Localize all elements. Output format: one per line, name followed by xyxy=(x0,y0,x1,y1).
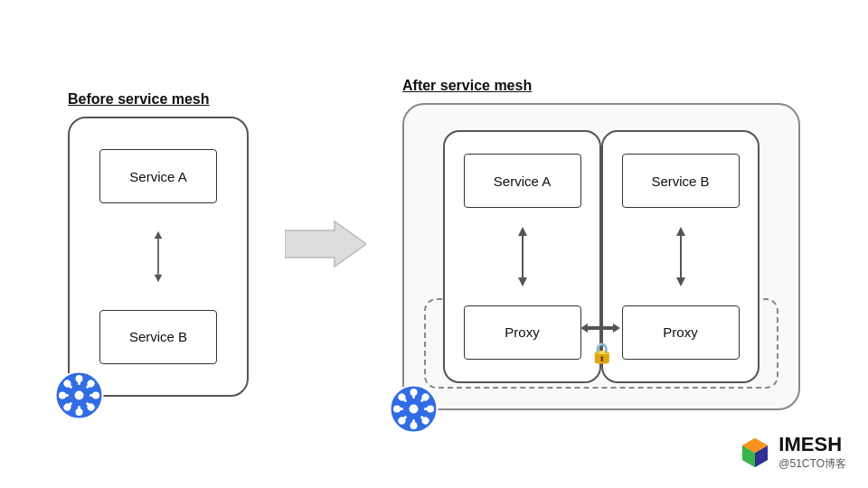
svg-point-41 xyxy=(427,406,434,413)
proxy-b: Proxy xyxy=(622,305,740,360)
svg-point-39 xyxy=(410,389,418,396)
after-section: After service mesh Service A Proxy xyxy=(402,78,800,410)
before-box: Service A Service B xyxy=(68,117,249,397)
svg-point-19 xyxy=(59,392,66,399)
big-arrow-svg xyxy=(285,217,366,271)
imesh-logo-icon xyxy=(737,435,773,471)
svg-point-45 xyxy=(393,406,401,413)
svg-point-15 xyxy=(92,392,99,399)
svg-marker-25 xyxy=(580,324,620,333)
before-title: Before service mesh xyxy=(68,91,210,108)
svg-marker-28 xyxy=(676,277,685,286)
after-title: After service mesh xyxy=(402,78,532,94)
pod-a-arrow xyxy=(516,225,529,288)
transition-arrow xyxy=(285,217,366,271)
svg-point-17 xyxy=(76,408,83,416)
proxy-connector-arrows xyxy=(579,316,624,340)
svg-marker-22 xyxy=(518,227,527,236)
pod-a: Service A Proxy xyxy=(443,130,601,383)
svg-rect-23 xyxy=(522,236,524,277)
svg-marker-26 xyxy=(676,227,685,236)
svg-marker-2 xyxy=(155,275,163,283)
bidirectional-arrow-svg xyxy=(152,230,165,284)
service-b-before: Service B xyxy=(99,310,217,364)
k8s-icon-after xyxy=(389,384,439,437)
brand-sub: @51CTO博客 xyxy=(778,456,846,472)
before-arrow xyxy=(152,230,165,284)
before-section: Before service mesh Service A Service B xyxy=(68,91,249,397)
service-b-after: Service B xyxy=(622,154,740,208)
service-a-before: Service A xyxy=(99,149,217,203)
svg-point-4 xyxy=(75,391,84,400)
svg-point-30 xyxy=(410,405,419,414)
svg-rect-27 xyxy=(680,236,682,277)
brand-name-container: IMESH @51CTO博客 xyxy=(778,433,846,472)
proxy-a: Proxy xyxy=(464,305,581,360)
main-container: Before service mesh Service A Service B xyxy=(0,0,868,488)
svg-marker-0 xyxy=(155,231,163,239)
pod-b-arrow xyxy=(675,225,687,288)
service-a-after: Service A xyxy=(464,154,581,208)
k8s-icon-before xyxy=(54,371,104,424)
svg-rect-1 xyxy=(157,239,159,274)
brand-name: IMESH xyxy=(778,433,842,455)
svg-point-13 xyxy=(76,375,83,382)
svg-marker-24 xyxy=(518,277,527,286)
lock-icon: 🔒 xyxy=(590,342,614,365)
brand-logo: IMESH @51CTO博客 xyxy=(737,433,846,472)
pod-b: Service B Proxy xyxy=(601,130,760,383)
svg-marker-21 xyxy=(285,221,366,267)
svg-point-43 xyxy=(410,422,418,429)
after-outer-box: Service A Proxy 🔒 Se xyxy=(402,103,800,410)
